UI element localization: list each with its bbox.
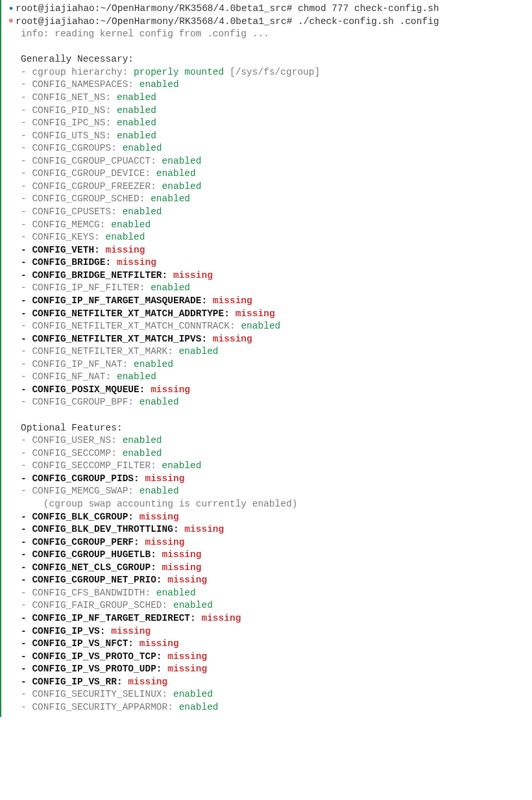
section-title-generally-necessary: Generally Necessary: [6, 53, 527, 66]
config-name: CONFIG_CGROUPS [32, 143, 111, 153]
cgroup-hierarchy-line: - cgroup hierarchy: properly mounted [/s… [6, 66, 527, 79]
dash: - [21, 257, 32, 268]
config-item-line: - CONFIG_IP_VS_PROTO_TCP: missing [6, 651, 527, 664]
dash: - [21, 346, 32, 356]
colon: : [145, 588, 156, 598]
status-enabled: enabled [123, 206, 162, 217]
dash: - [21, 575, 32, 585]
config-name: CONFIG_IP_VS_NFCT [32, 638, 128, 649]
colon: : [151, 562, 162, 573]
colon: : [167, 346, 178, 356]
colon: : [134, 473, 145, 484]
status-enabled: enabled [139, 486, 179, 496]
config-item-line: - CONFIG_FAIR_GROUP_SCHED: enabled [6, 599, 527, 612]
config-item-line: - CONFIG_MEMCG_SWAP: enabled [6, 485, 527, 498]
dash: - [21, 702, 32, 712]
status-enabled: enabled [134, 359, 173, 369]
dash: - [21, 359, 32, 369]
status-enabled: enabled [162, 156, 202, 166]
config-item-line: - CONFIG_IP_VS_PROTO_UDP: missing [6, 663, 527, 676]
dash: - [21, 194, 32, 204]
colon: : [162, 689, 173, 699]
colon: : [224, 308, 235, 319]
colon: : [139, 384, 151, 395]
config-item-line: - CONFIG_POSIX_MQUEUE: missing [6, 384, 527, 397]
config-item-line: - CONFIG_CGROUP_PIDS: missing [6, 473, 527, 486]
config-name: CONFIG_CGROUP_FREEZER [32, 181, 151, 192]
colon: : [123, 359, 134, 369]
dash: - [21, 651, 32, 662]
status-missing: missing [167, 575, 207, 585]
config-item-line: - CONFIG_IP_VS: missing [6, 625, 527, 638]
dash: - [21, 677, 32, 687]
info-line: info: reading kernel config from .config… [6, 28, 527, 41]
dash: - [21, 689, 32, 699]
config-name: CONFIG_CGROUP_NET_PRIO [32, 575, 156, 585]
config-item-line: - CONFIG_SECCOMP: enabled [6, 447, 527, 460]
dash: - [21, 664, 32, 674]
dash: - [21, 282, 32, 293]
status-enabled: enabled [117, 131, 156, 141]
config-item-line: - CONFIG_NET_NS: enabled [6, 92, 527, 105]
blank-line [6, 41, 527, 54]
colon: : [94, 232, 105, 242]
config-item-line: - CONFIG_CGROUPS: enabled [6, 142, 527, 155]
status-enabled: enabled [139, 397, 179, 407]
colon: : [111, 435, 122, 445]
status-missing: missing [184, 524, 224, 534]
status-enabled: enabled [123, 448, 162, 458]
config-note: (cgroup swap accounting is currently ena… [6, 498, 527, 511]
status-enabled: enabled [151, 194, 190, 204]
config-name: CONFIG_SECURITY_APPARMOR [32, 702, 167, 712]
config-item-line: - CONFIG_BRIDGE_NETFILTER: missing [6, 269, 527, 282]
config-item-line: - CONFIG_CFS_BANDWIDTH: enabled [6, 587, 527, 600]
colon: : [173, 524, 184, 534]
colon: : [156, 575, 167, 585]
config-item-line: - CONFIG_MEMCG: enabled [6, 219, 527, 232]
config-name: CONFIG_IPC_NS [32, 118, 105, 128]
config-name: CONFIG_IP_NF_TARGET_REDIRECT [32, 613, 190, 623]
optional-features-list: - CONFIG_USER_NS: enabled- CONFIG_SECCOM… [6, 434, 527, 714]
status-missing: missing [117, 257, 156, 268]
status-enabled: enabled [117, 371, 156, 382]
colon: : [156, 664, 167, 674]
config-item-line: - CONFIG_IP_VS_RR: missing [6, 676, 527, 689]
config-item-line: - CONFIG_BLK_CGROUP: missing [6, 511, 527, 524]
colon: : [128, 486, 139, 496]
status-missing: missing [111, 626, 151, 636]
status-enabled: enabled [123, 143, 162, 153]
dash: - [21, 613, 32, 623]
status-enabled: enabled [179, 346, 219, 356]
status-enabled: enabled [111, 219, 151, 230]
dash: - [21, 270, 32, 281]
colon: : [117, 677, 128, 687]
dash: - [21, 512, 32, 522]
dash: - [21, 397, 32, 407]
dash: - [21, 588, 32, 598]
config-name: CONFIG_CGROUP_BPF [32, 397, 128, 407]
dash: - [21, 638, 32, 649]
colon: : [201, 295, 212, 306]
shell-prompt: root@jiajiahao:~/OpenHarmony/RK3568/4.0b… [16, 3, 298, 14]
colon: : [167, 702, 178, 712]
section-title-optional-features: Optional Features: [6, 422, 527, 435]
status-enabled: enabled [117, 118, 156, 128]
config-item-line: - CONFIG_SECURITY_APPARMOR: enabled [6, 701, 527, 714]
terminal-output[interactable]: ●root@jiajiahao:~/OpenHarmony/RK3568/4.0… [6, 3, 527, 714]
colon: : [128, 79, 139, 90]
config-name: CONFIG_NET_CLS_CGROUP [32, 562, 151, 573]
dash: - [21, 460, 32, 471]
config-item-line: - CONFIG_CPUSETS: enabled [6, 206, 527, 219]
status-enabled: enabled [173, 689, 213, 699]
config-name: CONFIG_MEMCG_SWAP [32, 486, 128, 496]
dash: - [21, 219, 32, 230]
cgroup-status: properly mounted [134, 67, 224, 77]
status-missing: missing [139, 638, 179, 649]
config-name: CONFIG_VETH [32, 245, 94, 255]
dash: - [21, 181, 32, 192]
colon: : [134, 537, 145, 547]
command-text: chmod 777 check-config.sh [298, 3, 439, 14]
dash: - [21, 245, 32, 255]
config-item-line: - CONFIG_IP_NF_TARGET_REDIRECT: missing [6, 612, 527, 625]
colon: : [106, 257, 117, 268]
